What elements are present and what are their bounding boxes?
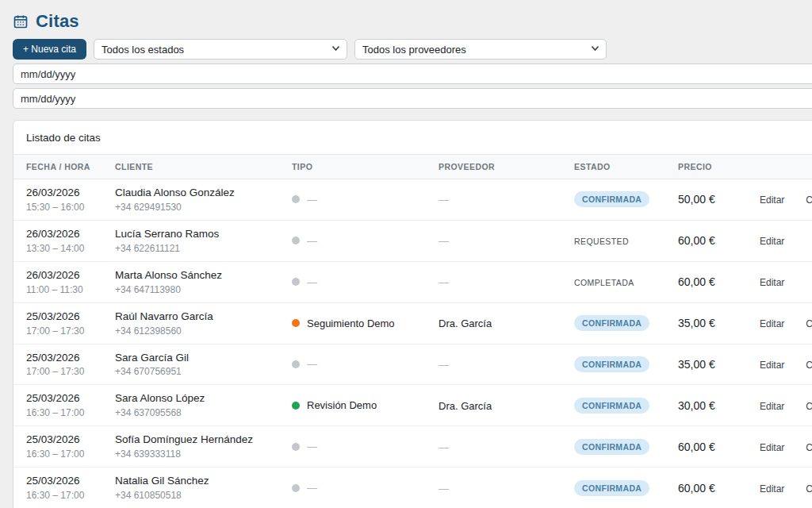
- action-link-co[interactable]: Co: [806, 483, 812, 495]
- page-title: Citas: [36, 11, 79, 32]
- date-to-input[interactable]: [13, 88, 812, 109]
- calendar-icon: [13, 13, 29, 29]
- status-filter-select[interactable]: Todos los estados: [94, 39, 347, 60]
- row-actions: EditarCo: [753, 179, 812, 221]
- cell-precio: 60,00 €: [678, 261, 753, 302]
- provider-filter-wrap: Todos los proveedores: [354, 39, 607, 60]
- client-phone: +34 629491530: [115, 202, 285, 213]
- cell-fecha-hora: 25/03/2026 16:30 – 17:00: [13, 426, 115, 468]
- cell-estado: CONFIRMADA: [574, 468, 678, 508]
- appointment-date: 25/03/2026: [26, 433, 109, 447]
- action-link-editar[interactable]: Editar: [760, 483, 784, 495]
- cell-tipo: —: [292, 344, 439, 385]
- provider-filter-select[interactable]: Todos los proveedores: [354, 39, 607, 60]
- cell-estado: CONFIRMADA: [574, 344, 678, 385]
- col-header-estado: ESTADO: [574, 155, 678, 179]
- cell-proveedor: —: [439, 426, 574, 468]
- cell-fecha-hora: 26/03/2026 15:30 – 16:00: [13, 179, 115, 221]
- cell-cliente: Sofía Domínguez Hernández +34 639333118: [115, 426, 292, 468]
- cell-fecha-hora: 25/03/2026 17:00 – 17:30: [13, 344, 115, 385]
- cell-precio: 50,00 €: [678, 179, 753, 221]
- cell-proveedor: —: [439, 261, 574, 302]
- cell-tipo: Seguimiento Demo: [292, 302, 439, 344]
- appointments-card: Listado de citas FECHA / HORA CLIENTE TI…: [13, 120, 812, 508]
- status-badge: CONFIRMADA: [574, 191, 649, 207]
- appointment-time: 15:30 – 16:00: [26, 202, 109, 213]
- client-phone: +34 612398560: [115, 325, 285, 337]
- table-row: 25/03/2026 17:00 – 17:30 Raúl Navarro Ga…: [13, 302, 812, 344]
- cell-cliente: Marta Alonso Sánchez +34 647113980: [115, 261, 292, 302]
- type-dot-icon: [292, 360, 300, 368]
- cell-fecha-hora: 25/03/2026 16:30 – 17:00: [13, 468, 115, 508]
- action-link-co[interactable]: Co: [806, 401, 812, 412]
- client-name: Lucía Serrano Ramos: [115, 228, 285, 241]
- action-link-editar[interactable]: Editar: [760, 318, 784, 329]
- appointments-page: Citas + Nueva cita Todos los estados Tod…: [0, 0, 812, 508]
- appointment-date: 25/03/2026: [26, 352, 109, 365]
- new-appointment-button[interactable]: + Nueva cita: [13, 39, 86, 60]
- col-header-fecha-hora: FECHA / HORA: [13, 155, 115, 179]
- action-link-co[interactable]: Co: [806, 360, 812, 371]
- cell-precio: 35,00 €: [678, 344, 753, 385]
- table-row: 25/03/2026 17:00 – 17:30 Sara García Gil…: [13, 344, 812, 385]
- type-dot-icon: [292, 402, 300, 410]
- row-actions: EditarCo: [753, 344, 812, 385]
- cell-cliente: Lucía Serrano Ramos +34 622611121: [115, 220, 292, 261]
- cell-cliente: Sara García Gil +34 670756951: [115, 344, 292, 385]
- col-header-actions: [753, 155, 812, 179]
- action-link-co[interactable]: Co: [806, 442, 812, 453]
- appointment-date: 26/03/2026: [26, 228, 109, 241]
- client-phone: +34 647113980: [115, 284, 285, 295]
- row-actions: Editar: [753, 220, 812, 261]
- cell-proveedor: —: [439, 220, 574, 261]
- appointment-date: 25/03/2026: [26, 310, 109, 324]
- action-link-editar[interactable]: Editar: [760, 236, 784, 247]
- action-link-editar[interactable]: Editar: [760, 277, 784, 288]
- client-name: Marta Alonso Sánchez: [115, 269, 285, 283]
- action-link-co[interactable]: Co: [806, 318, 812, 329]
- cell-estado: CONFIRMADA: [574, 179, 678, 221]
- table-row: 25/03/2026 16:30 – 17:00 Sofía Domínguez…: [13, 426, 812, 468]
- status-badge: COMPLETADA: [574, 278, 634, 287]
- appointment-date: 26/03/2026: [26, 187, 109, 200]
- cell-estado: REQUESTED: [574, 220, 678, 261]
- appointment-date: 25/03/2026: [26, 475, 109, 488]
- col-header-tipo: TIPO: [292, 155, 439, 179]
- price-value: 35,00 €: [678, 317, 715, 329]
- type-label: Revisión Demo: [307, 399, 377, 411]
- row-actions: Editar: [753, 261, 812, 302]
- action-link-editar[interactable]: Editar: [760, 194, 784, 206]
- cell-precio: 30,00 €: [678, 385, 753, 426]
- provider-name: —: [439, 359, 449, 371]
- type-label: Seguimiento Demo: [307, 318, 395, 329]
- cell-proveedor: —: [439, 179, 574, 221]
- status-badge: CONFIRMADA: [574, 315, 649, 331]
- filter-toolbar: + Nueva cita Todos los estados Todos los…: [13, 39, 812, 60]
- row-actions: EditarCo: [753, 385, 812, 426]
- client-phone: +34 622611121: [115, 243, 285, 254]
- action-link-co[interactable]: Co: [806, 194, 812, 206]
- cell-fecha-hora: 26/03/2026 11:00 – 11:30: [13, 261, 115, 302]
- appointment-date: 25/03/2026: [26, 392, 109, 406]
- action-link-editar[interactable]: Editar: [760, 401, 784, 412]
- type-dot-icon: [292, 195, 300, 203]
- cell-proveedor: Dra. García: [439, 302, 574, 344]
- action-link-editar[interactable]: Editar: [760, 442, 784, 453]
- table-header-row: FECHA / HORA CLIENTE TIPO PROVEEDOR ESTA…: [13, 155, 812, 179]
- cell-tipo: —: [292, 426, 439, 468]
- cell-cliente: Raúl Navarro García +34 612398560: [115, 302, 292, 344]
- table-row: 26/03/2026 11:00 – 11:30 Marta Alonso Sá…: [13, 261, 812, 302]
- price-value: 60,00 €: [678, 441, 715, 453]
- price-value: 60,00 €: [678, 275, 715, 288]
- cell-tipo: —: [292, 220, 439, 261]
- table-row: 25/03/2026 16:30 – 17:00 Natalia Gil Sán…: [13, 468, 812, 508]
- client-name: Natalia Gil Sánchez: [115, 475, 285, 488]
- appointment-date: 26/03/2026: [26, 269, 109, 283]
- type-label: —: [307, 235, 317, 247]
- type-label: —: [307, 441, 317, 452]
- status-badge: CONFIRMADA: [574, 398, 649, 414]
- date-from-input[interactable]: [13, 64, 812, 84]
- appointment-time: 17:00 – 17:30: [26, 325, 109, 337]
- action-link-editar[interactable]: Editar: [760, 360, 784, 371]
- client-phone: +34 610850518: [115, 490, 285, 501]
